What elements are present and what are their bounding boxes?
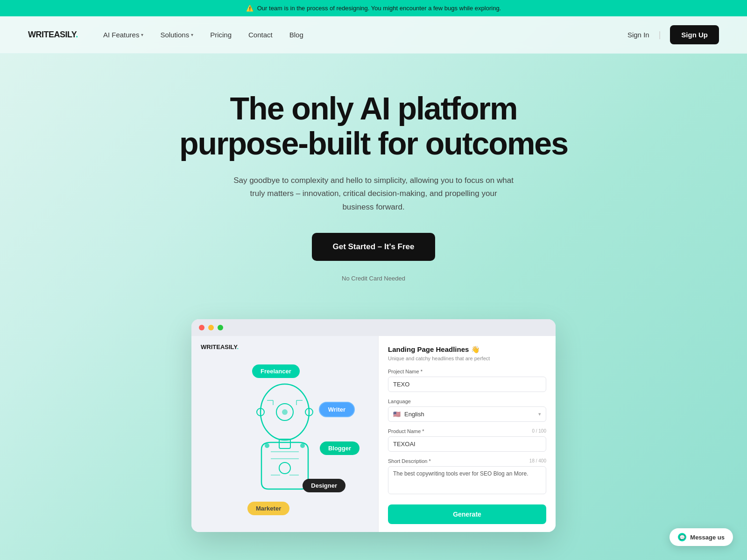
svg-point-2 bbox=[282, 409, 288, 415]
sign-up-button[interactable]: Sign Up bbox=[670, 25, 719, 44]
tag-freelancer[interactable]: Freelancer bbox=[252, 364, 300, 378]
nav-link-pricing[interactable]: Pricing bbox=[204, 27, 238, 42]
logo[interactable]: WRITEASILY. bbox=[28, 30, 78, 40]
nav-divider: | bbox=[659, 30, 661, 40]
chat-widget[interactable]: 💬 Message us bbox=[669, 528, 733, 546]
hero-section: The only AI platform purpose-built for o… bbox=[0, 54, 747, 310]
nav-left: WRITEASILY. AI Features ▾ Solutions ▾ Pr… bbox=[28, 27, 310, 42]
window-maximize-dot bbox=[218, 325, 223, 330]
no-cc-label: No Credit Card Needed bbox=[9, 275, 738, 282]
app-window-wrapper: WRITEASILY. bbox=[0, 310, 747, 532]
language-select[interactable]: 🇺🇸 English ▾ bbox=[388, 406, 546, 422]
banner-text: Our team is in the process of redesignin… bbox=[257, 5, 501, 12]
nav-item-ai-features[interactable]: AI Features ▾ bbox=[97, 27, 150, 42]
short-desc-group: Short Description * 18 / 400 bbox=[388, 458, 546, 496]
navbar: WRITEASILY. AI Features ▾ Solutions ▾ Pr… bbox=[0, 16, 747, 54]
window-content: WRITEASILY. bbox=[191, 336, 556, 532]
nav-item-solutions[interactable]: Solutions ▾ bbox=[154, 27, 200, 42]
nav-link-solutions[interactable]: Solutions ▾ bbox=[154, 27, 200, 42]
nav-links: AI Features ▾ Solutions ▾ Pricing Contac… bbox=[97, 27, 310, 42]
left-panel: WRITEASILY. bbox=[191, 336, 378, 532]
panel-title: Landing Page Headlines 👋 bbox=[388, 345, 546, 354]
window-minimize-dot bbox=[208, 325, 214, 330]
nav-item-pricing[interactable]: Pricing bbox=[204, 27, 238, 42]
generate-button[interactable]: Generate bbox=[388, 504, 546, 524]
hero-cta-wrapper: Get Started – It's Free No Credit Card N… bbox=[9, 233, 738, 282]
window-titlebar bbox=[191, 319, 556, 336]
sign-in-button[interactable]: Sign In bbox=[627, 31, 649, 39]
product-name-input[interactable] bbox=[388, 436, 546, 452]
project-name-group: Project Name * bbox=[388, 369, 546, 392]
nav-right: Sign In | Sign Up bbox=[627, 25, 719, 44]
language-value: English bbox=[404, 411, 538, 418]
short-desc-label: Short Description * 18 / 400 bbox=[388, 458, 546, 464]
nav-link-contact[interactable]: Contact bbox=[242, 27, 279, 42]
hero-headline: The only AI platform purpose-built for o… bbox=[9, 91, 738, 161]
chat-icon: 💬 bbox=[678, 533, 686, 541]
svg-point-15 bbox=[265, 443, 269, 448]
language-flag: 🇺🇸 bbox=[393, 411, 401, 418]
banner-icon: ⚠️ bbox=[246, 5, 254, 12]
project-name-label: Project Name * bbox=[388, 369, 546, 374]
nav-link-ai-features[interactable]: AI Features ▾ bbox=[97, 27, 150, 42]
app-window: WRITEASILY. bbox=[191, 319, 556, 532]
product-name-group: Product Name * 0 / 100 bbox=[388, 428, 546, 452]
announcement-banner: ⚠️ Our team is in the process of redesig… bbox=[0, 0, 747, 16]
window-close-dot bbox=[199, 325, 204, 330]
short-desc-textarea[interactable] bbox=[388, 466, 546, 494]
tag-blogger[interactable]: Blogger bbox=[320, 441, 359, 455]
app-inner-logo: WRITEASILY. bbox=[201, 343, 369, 350]
panel-subtitle: Unique and catchy headlines that are per… bbox=[388, 356, 546, 361]
chat-label: Message us bbox=[690, 534, 725, 541]
svg-point-16 bbox=[300, 443, 305, 448]
svg-point-8 bbox=[279, 462, 290, 474]
cta-button[interactable]: Get Started – It's Free bbox=[312, 233, 435, 261]
nav-link-blog[interactable]: Blog bbox=[283, 27, 310, 42]
project-name-input[interactable] bbox=[388, 377, 546, 392]
robot-area: Freelancer Writer Blogger Designer Marke… bbox=[201, 355, 369, 525]
chevron-down-icon: ▾ bbox=[141, 32, 143, 37]
chevron-down-icon: ▾ bbox=[538, 411, 541, 417]
chevron-down-icon: ▾ bbox=[191, 32, 193, 37]
tag-marketer[interactable]: Marketer bbox=[247, 502, 289, 515]
right-panel: Landing Page Headlines 👋 Unique and catc… bbox=[378, 336, 556, 532]
product-name-label: Product Name * 0 / 100 bbox=[388, 428, 546, 434]
nav-item-blog[interactable]: Blog bbox=[283, 27, 310, 42]
language-group: Language 🇺🇸 English ▾ bbox=[388, 399, 546, 422]
tag-writer[interactable]: Writer bbox=[319, 402, 355, 417]
hero-subtext: Say goodbye to complexity and hello to s… bbox=[233, 174, 514, 215]
language-label: Language bbox=[388, 399, 546, 404]
tag-designer[interactable]: Designer bbox=[303, 479, 345, 492]
nav-item-contact[interactable]: Contact bbox=[242, 27, 279, 42]
